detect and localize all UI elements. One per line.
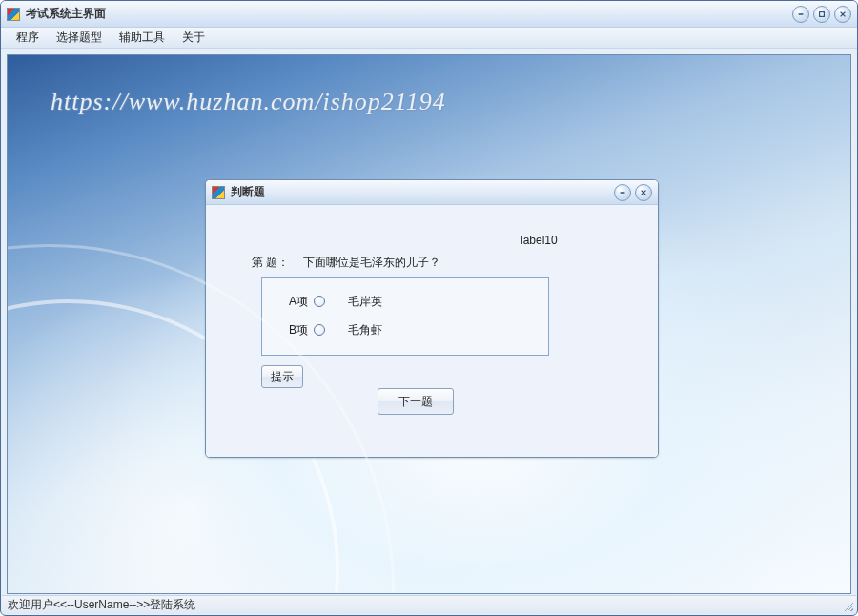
hint-button-label: 提示 (271, 369, 294, 385)
menu-select-type[interactable]: 选择题型 (49, 28, 110, 48)
close-icon (839, 10, 847, 18)
label10: label10 (521, 234, 558, 247)
next-button[interactable]: 下一题 (378, 388, 454, 415)
dialog-titlebar: 判断题 (206, 180, 658, 205)
resize-grip-icon[interactable] (842, 600, 853, 611)
option-b-label: B项 (283, 322, 308, 339)
main-window: 考试系统主界面 程序 选择题型 辅助工具 关于 https://www.huzh… (0, 0, 858, 616)
minimize-button[interactable] (792, 6, 809, 23)
option-a-label: A项 (283, 294, 308, 310)
mdi-client: https://www.huzhan.com/ishop21194 判断题 la… (7, 54, 851, 594)
dialog-title: 判断题 (231, 184, 614, 200)
dialog-close-button[interactable] (635, 184, 652, 201)
app-icon (7, 8, 20, 21)
menu-program[interactable]: 程序 (9, 28, 47, 48)
status-text: 欢迎用户<<--UserName-->>登陆系统 (8, 597, 195, 613)
dialog-minimize-button[interactable] (614, 184, 631, 201)
close-icon (640, 189, 647, 196)
minimize-icon (619, 189, 626, 196)
menubar: 程序 选择题型 辅助工具 关于 (1, 28, 857, 49)
dialog-body: label10 第 题： 下面哪位是毛泽东的儿子？ A项 毛岸英 B项 毛角虾 (206, 205, 658, 457)
maximize-icon (818, 10, 826, 18)
menu-tools[interactable]: 辅助工具 (112, 28, 173, 48)
option-b-radio[interactable] (314, 324, 325, 336)
option-a-radio[interactable] (314, 296, 325, 307)
menu-about[interactable]: 关于 (174, 28, 213, 48)
question-text: 下面哪位是毛泽东的儿子？ (303, 255, 440, 271)
minimize-icon (797, 10, 805, 18)
hint-button[interactable]: 提示 (261, 365, 303, 388)
main-titlebar: 考试系统主界面 (1, 1, 857, 28)
question-prefix: 第 题： (252, 255, 289, 271)
option-b-row: B项 毛角虾 (283, 320, 382, 339)
option-b-text: 毛角虾 (348, 322, 382, 339)
option-a-text: 毛岸英 (348, 294, 382, 310)
svg-rect-1 (820, 11, 825, 16)
dialog-window-controls (614, 184, 652, 201)
option-a-row: A项 毛岸英 (283, 292, 382, 311)
options-group: A项 毛岸英 B项 毛角虾 (261, 277, 549, 356)
statusbar: 欢迎用户<<--UserName-->>登陆系统 (2, 595, 856, 614)
dialog-window: 判断题 label10 第 题： 下面哪位是毛泽东的儿子？ A项 (205, 179, 659, 458)
dialog-app-icon (212, 186, 225, 199)
main-window-controls (792, 6, 851, 23)
watermark-text: https://www.huzhan.com/ishop21194 (51, 88, 446, 116)
maximize-button[interactable] (813, 6, 830, 23)
main-title: 考试系统主界面 (26, 6, 792, 22)
next-button-label: 下一题 (398, 394, 433, 410)
close-button[interactable] (834, 6, 851, 23)
